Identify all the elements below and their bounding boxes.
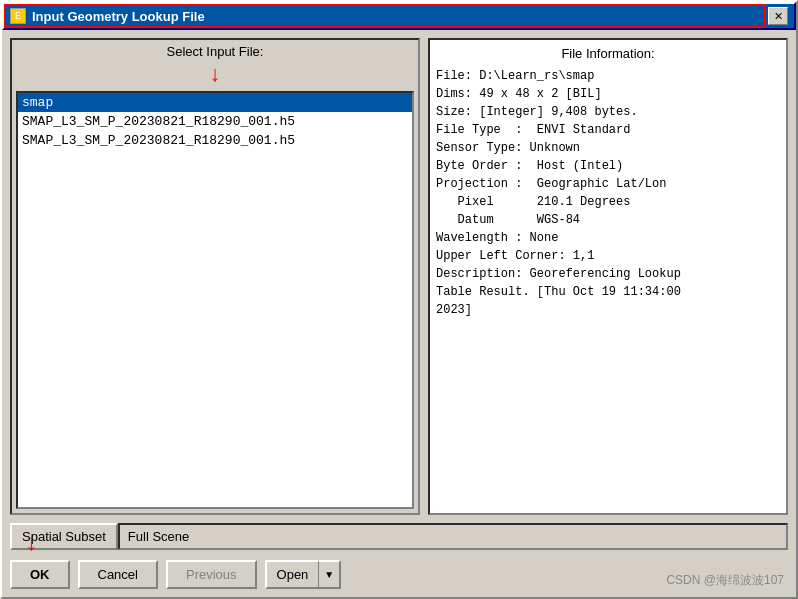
ok-button[interactable]: OK bbox=[10, 560, 70, 589]
right-panel: File Information: File: D:\Learn_rs\smap… bbox=[428, 38, 788, 515]
main-area: Select Input File: ↓ smap SMAP_L3_SM_P_2… bbox=[10, 38, 788, 515]
file-info-text: File: D:\Learn_rs\smap Dims: 49 x 48 x 2… bbox=[436, 67, 780, 319]
down-arrow-icon: ↓ bbox=[208, 65, 221, 87]
arrow-container: ↓ bbox=[16, 65, 414, 87]
open-button-group: Open ▼ bbox=[265, 560, 342, 589]
title-bar-left: E Input Geometry Lookup File bbox=[10, 8, 205, 24]
right-panel-header: File Information: bbox=[436, 46, 780, 61]
left-panel-header: Select Input File: bbox=[16, 44, 414, 59]
title-bar: E Input Geometry Lookup File ✕ bbox=[2, 2, 796, 30]
app-icon: E bbox=[10, 8, 26, 24]
open-button[interactable]: Open bbox=[265, 560, 319, 589]
ok-arrow-icon: ↓ bbox=[24, 530, 38, 557]
main-window: E Input Geometry Lookup File ✕ Select In… bbox=[0, 0, 798, 599]
subset-bar: Spatial Subset Full Scene bbox=[10, 523, 788, 550]
subset-value: Full Scene bbox=[118, 523, 788, 550]
watermark: CSDN @海绵波波107 bbox=[666, 572, 784, 589]
file-item-1[interactable]: SMAP_L3_SM_P_20230821_R18290_001.h5 bbox=[18, 112, 412, 131]
file-list[interactable]: smap SMAP_L3_SM_P_20230821_R18290_001.h5… bbox=[16, 91, 414, 509]
file-item-2[interactable]: SMAP_L3_SM_P_20230821_R18290_001.h5 bbox=[18, 131, 412, 150]
previous-button[interactable]: Previous bbox=[166, 560, 257, 589]
dialog-content: Select Input File: ↓ smap SMAP_L3_SM_P_2… bbox=[2, 30, 796, 597]
window-title: Input Geometry Lookup File bbox=[32, 9, 205, 24]
close-button[interactable]: ✕ bbox=[768, 7, 788, 25]
title-bar-right: ✕ bbox=[768, 7, 788, 25]
file-item-smap[interactable]: smap bbox=[18, 93, 412, 112]
cancel-button[interactable]: Cancel bbox=[78, 560, 158, 589]
left-panel: Select Input File: ↓ smap SMAP_L3_SM_P_2… bbox=[10, 38, 420, 515]
open-dropdown-button[interactable]: ▼ bbox=[318, 560, 341, 589]
